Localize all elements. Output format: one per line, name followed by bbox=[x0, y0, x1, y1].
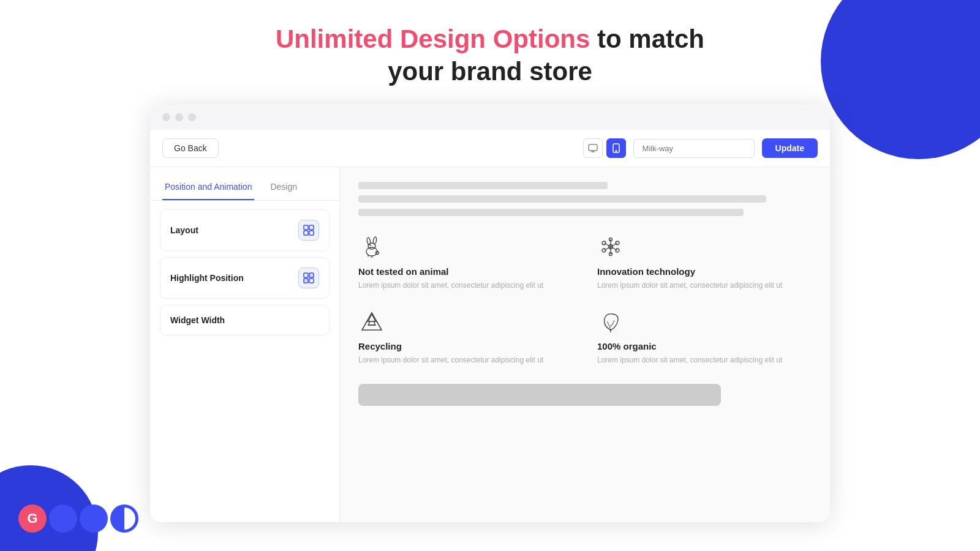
svg-rect-12 bbox=[309, 279, 314, 283]
search-input[interactable] bbox=[633, 139, 755, 158]
view-mobile-button[interactable] bbox=[606, 138, 626, 158]
mobile-icon bbox=[611, 143, 621, 153]
svg-rect-11 bbox=[304, 279, 308, 283]
sidebar-item-layout[interactable]: Layout bbox=[160, 209, 330, 251]
placeholder-bar-medium bbox=[358, 209, 744, 216]
tab-position-animation[interactable]: Position and Animation bbox=[162, 177, 254, 200]
main-area: Position and Animation Design Layout bbox=[150, 167, 830, 522]
svg-point-16 bbox=[372, 237, 377, 245]
browser-topbar bbox=[150, 105, 830, 130]
logo-g: G bbox=[18, 504, 47, 533]
go-back-button[interactable]: Go Back bbox=[162, 138, 219, 158]
browser-dot-3 bbox=[188, 113, 196, 121]
desktop-icon bbox=[588, 143, 598, 153]
feature-desc-recycle: Lorem ipsum dolor sit amet, consectetur … bbox=[358, 354, 573, 365]
feature-desc-molecule: Lorem ipsum dolor sit amet, consectetur … bbox=[597, 280, 812, 291]
preview-area: Not tested on animal Lorem ipsum dolor s… bbox=[340, 167, 830, 522]
rabbit-icon bbox=[358, 233, 385, 260]
feature-item-rabbit: Not tested on animal Lorem ipsum dolor s… bbox=[358, 233, 573, 291]
preview-bottom-bar bbox=[358, 384, 721, 406]
tab-design[interactable]: Design bbox=[268, 177, 300, 200]
view-desktop-button[interactable] bbox=[583, 138, 603, 158]
sidebar-menu: Layout Highlight Position bbox=[150, 201, 339, 344]
svg-rect-5 bbox=[304, 225, 308, 230]
logo-circle-1 bbox=[49, 504, 77, 533]
sidebar-item-highlight-position[interactable]: Highlight Position bbox=[160, 257, 330, 299]
svg-rect-7 bbox=[304, 231, 308, 235]
feature-desc-rabbit: Lorem ipsum dolor sit amet, consectetur … bbox=[358, 280, 573, 291]
svg-point-18 bbox=[370, 245, 371, 246]
svg-point-13 bbox=[366, 247, 377, 256]
features-grid: Not tested on animal Lorem ipsum dolor s… bbox=[358, 233, 812, 365]
sidebar-panel: Position and Animation Design Layout bbox=[150, 167, 340, 522]
highlight-position-icon bbox=[298, 268, 319, 288]
feature-title-recycle: Recycling bbox=[358, 341, 573, 351]
browser-window: Go Back Update bbox=[150, 105, 830, 522]
logo-area: G bbox=[18, 504, 138, 533]
svg-rect-9 bbox=[304, 273, 308, 277]
svg-rect-6 bbox=[309, 225, 314, 230]
feature-title-leaf: 100% organic bbox=[597, 341, 812, 351]
svg-rect-0 bbox=[589, 144, 597, 151]
feature-item-recycle: Recycling Lorem ipsum dolor sit amet, co… bbox=[358, 308, 573, 365]
header-title: Unlimited Design Options to match your b… bbox=[0, 23, 980, 88]
header-section: Unlimited Design Options to match your b… bbox=[0, 0, 980, 105]
logo-circle-2 bbox=[80, 504, 108, 533]
placeholder-bar-short bbox=[358, 182, 608, 189]
recycle-icon bbox=[358, 308, 385, 335]
sidebar-item-widget-width[interactable]: Widget Width bbox=[160, 305, 330, 335]
browser-dot-1 bbox=[162, 113, 170, 121]
feature-desc-leaf: Lorem ipsum dolor sit amet, consectetur … bbox=[597, 354, 812, 365]
logo-circles: G bbox=[18, 504, 138, 533]
update-button[interactable]: Update bbox=[762, 138, 818, 158]
browser-dot-2 bbox=[175, 113, 183, 121]
sidebar-tabs: Position and Animation Design bbox=[150, 167, 339, 201]
leaf-icon bbox=[597, 308, 624, 335]
feature-title-molecule: Innovation technology bbox=[597, 266, 812, 277]
svg-point-4 bbox=[616, 151, 617, 152]
layout-icon bbox=[298, 220, 319, 241]
molecule-icon bbox=[597, 233, 624, 260]
placeholder-bar-long bbox=[358, 195, 766, 203]
svg-rect-8 bbox=[309, 231, 314, 235]
browser-content: Go Back Update bbox=[150, 130, 830, 522]
feature-title-rabbit: Not tested on animal bbox=[358, 266, 573, 277]
header-highlight: Unlimited Design Options bbox=[276, 24, 590, 53]
view-toggle bbox=[583, 138, 626, 158]
feature-item-molecule: Innovation technology Lorem ipsum dolor … bbox=[597, 233, 812, 291]
logo-circle-3 bbox=[110, 504, 138, 533]
feature-item-leaf: 100% organic Lorem ipsum dolor sit amet,… bbox=[597, 308, 812, 365]
browser-toolbar: Go Back Update bbox=[150, 130, 830, 167]
svg-rect-10 bbox=[309, 273, 314, 277]
